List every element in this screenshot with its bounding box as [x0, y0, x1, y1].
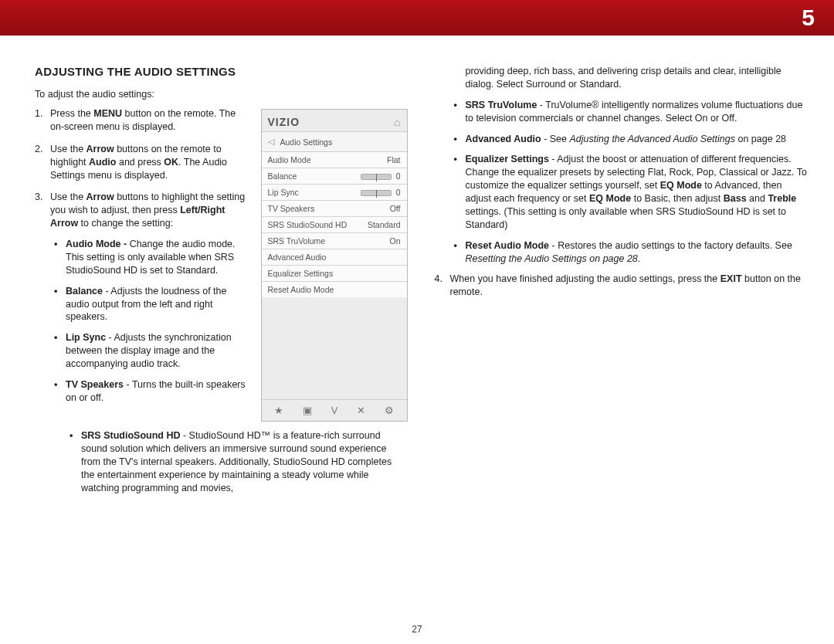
osd-footer-icon: V: [331, 405, 338, 416]
bullet-lip-sync: Lip Sync - Adjusts the syn­chron­ization…: [50, 331, 249, 371]
osd-footer: ★▣V✕⚙: [262, 399, 407, 421]
osd-screenshot: VIZIO ⌂ ◁ Audio Settings Audio ModeFlatB…: [261, 109, 408, 422]
osd-row: SRS TruVolumeOn: [262, 233, 407, 249]
bullet-balance: Balance - Adjusts the loudness of the au…: [50, 285, 249, 324]
left-column: ADJUSTING THE AUDIO SETTINGS To adjust t…: [35, 65, 408, 502]
page-body: ADJUSTING THE AUDIO SETTINGS To adjust t…: [0, 36, 834, 502]
osd-footer-icon: ✕: [357, 405, 365, 416]
bullet-audio-mode: Audio Mode - Change the audio mode. This…: [50, 238, 249, 277]
intro-text: To adjust the audio settings:: [35, 89, 408, 100]
osd-row: Lip Sync0: [262, 185, 407, 201]
osd-logo: VIZIO: [268, 116, 300, 128]
osd-row: SRS StudioSound HDStandard: [262, 217, 407, 233]
bullet-truvolume: SRS TruVolume - TruVolume® intelligently…: [450, 99, 808, 125]
bullet-equalizer: Equalizer Settings - Adjust the boost or…: [450, 153, 808, 231]
chapter-number: 5: [802, 5, 815, 31]
back-icon: ◁: [268, 137, 274, 147]
osd-header: Audio Settings: [280, 137, 333, 147]
osd-row: Balance0: [262, 168, 407, 185]
right-column: providing deep, rich bass, and deliverin…: [435, 65, 808, 502]
studiosound-continued: providing deep, rich bass, and deliverin…: [435, 65, 808, 91]
bullet-tv-speakers: TV Speakers - Turns the built-in speaker…: [50, 378, 249, 405]
bullet-studiosound: SRS StudioSound HD - StudioSound HD™ is …: [66, 429, 408, 494]
osd-row: Advanced Audio: [262, 249, 407, 266]
chapter-header: 5: [0, 0, 834, 36]
osd-row: TV SpeakersOff: [262, 201, 407, 217]
step-3: Use the Arrow buttons to highlight the s…: [35, 191, 249, 404]
page-number: 27: [412, 624, 422, 635]
step-2: Use the Arrow buttons on the remote to h…: [35, 143, 249, 182]
osd-rows: Audio ModeFlatBalance0Lip Sync0TV Speake…: [262, 152, 407, 297]
home-icon: ⌂: [394, 116, 400, 128]
osd-footer-icon: ▣: [303, 405, 312, 416]
bullet-reset: Reset Audio Mode - Restores the audio se…: [450, 239, 808, 266]
step-1: Press the MENU button on the remote. The…: [35, 107, 249, 134]
osd-row: Audio ModeFlat: [262, 152, 407, 168]
osd-footer-icon: ★: [274, 405, 283, 416]
osd-footer-icon: ⚙: [385, 405, 394, 416]
osd-row: Equalizer Settings: [262, 266, 407, 282]
osd-row: Reset Audio Mode: [262, 282, 407, 297]
bullet-advanced-audio: Advanced Audio - See Adjusting the Advan…: [450, 133, 808, 146]
step-4: When you have finished adjusting the aud…: [435, 273, 808, 299]
section-title: ADJUSTING THE AUDIO SETTINGS: [35, 65, 408, 78]
